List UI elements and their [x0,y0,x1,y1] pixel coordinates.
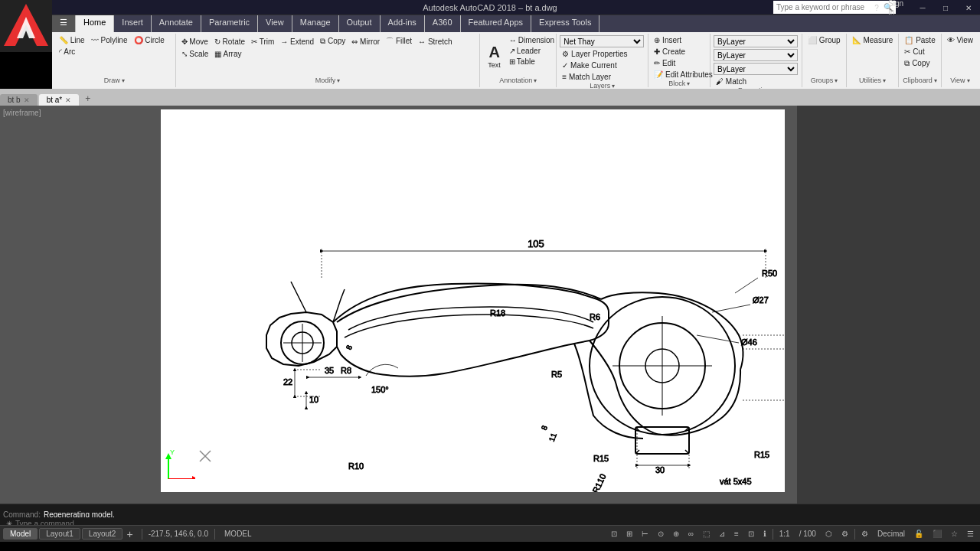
statusbar-sep1 [142,529,142,540]
utilities-group-label[interactable]: Utilities ▾ [850,77,896,86]
tab-output[interactable]: Output [339,15,381,32]
drawing-area[interactable]: 105 R50 Ø27 Ø46 R18 R6 R5 R8 [161,109,785,492]
match-properties-button[interactable]: 🖌 Match [714,77,799,86]
mirror-button[interactable]: ⇔ Mirror [349,35,382,47]
modify-group-label[interactable]: Modify ▾ [179,77,477,86]
osnap-button[interactable]: ⊕ [670,530,682,538]
leader-button[interactable]: ↗ Leader [507,46,557,56]
copy-button[interactable]: ⧉ Copy [318,35,348,47]
tp-button[interactable]: ⊡ [745,530,757,538]
tab-manage[interactable]: Manage [292,15,339,32]
arc-button[interactable]: ◜ Arc [57,47,77,57]
view-group-label[interactable]: View ▾ [945,77,975,86]
otrack-button[interactable]: ∞ [685,530,697,538]
move-button[interactable]: ✥ Move [179,35,211,47]
tab-bt-a-close[interactable]: ✕ [65,96,71,104]
tab-annotate[interactable]: Annotate [152,15,201,32]
table-button[interactable]: ⊞ Table [507,57,557,67]
trim-button[interactable]: ✂ Trim [249,35,276,47]
lineweight-select[interactable]: ByLayer [714,63,798,75]
tab-file[interactable]: ☰ [52,15,76,32]
color-select[interactable]: ByLayer [714,35,798,47]
polar-button[interactable]: ⊙ [655,530,667,538]
tab-home[interactable]: Home [76,15,114,32]
extend-button[interactable]: → Extend [278,35,316,47]
annotation-visibility[interactable]: ⬡ [822,530,835,538]
circle-button[interactable]: ⭕ Circle [132,35,167,45]
customize-button[interactable]: ☰ [964,530,977,538]
modify-group: ✥ Move ↻ Rotate ✂ Trim → Extend ⧉ Copy ⇔… [176,34,481,87]
cut-button[interactable]: ✂ Cut [902,47,937,57]
lweight-button[interactable]: ≡ [731,530,742,538]
edit-attributes-button[interactable]: 📝 Edit Attributes [652,70,707,80]
measure-button[interactable]: 📐 Measure [850,35,896,45]
annotation-group-label[interactable]: Annotation ▾ [483,77,553,86]
line-button[interactable]: 📏 Line [57,35,87,45]
lock-button[interactable]: 🔓 [911,530,926,538]
utilities-group: 📐 Measure Utilities ▾ [847,34,900,87]
groups-group-label[interactable]: Groups ▾ [805,77,843,86]
dyn-button[interactable]: ⊿ [716,530,728,538]
tab-featured[interactable]: Featured Apps [461,15,532,32]
layout1-tab[interactable]: Layout1 [39,528,80,540]
right-panel [796,106,980,504]
make-current-button[interactable]: ✓ Make Current [560,60,645,70]
maximize-button[interactable]: □ [934,0,957,15]
linetype-select[interactable]: ByLayer [714,49,798,61]
text-button[interactable]: A Text [483,35,505,77]
add-layout-button[interactable]: + [124,528,135,540]
ducs-button[interactable]: ⬚ [700,530,713,538]
tab-express[interactable]: Express Tools [531,15,599,32]
create-button[interactable]: ✚ Create [652,47,707,57]
annotation-scale[interactable]: 1:1 [776,530,793,538]
stretch-button[interactable]: ↔ Stretch [416,35,454,47]
model-tab[interactable]: Model [3,528,38,540]
draw-group-label[interactable]: Draw ▾ [57,77,172,86]
minimize-button[interactable]: ─ [911,0,934,15]
match-layer-button[interactable]: ≡ Match Layer [560,72,645,82]
qprops-button[interactable]: ℹ [760,530,769,538]
dim-11: 11 [547,432,558,443]
tab-bt-a[interactable]: bt a* ✕ [39,94,80,106]
layer-select[interactable]: Net Thay [560,35,644,47]
paste-button[interactable]: 📋 Paste [902,35,937,45]
polyline-button[interactable]: 〰 Polyline [89,35,130,45]
signin-button[interactable]: Sign In [888,0,911,15]
array-button[interactable]: ▦ Array [212,49,243,59]
edit-button[interactable]: ✏ Edit [652,58,707,68]
dim-r15-1: R15 [593,454,609,463]
view-button[interactable]: 👁 View [945,35,975,45]
scale-button[interactable]: ⤡ Scale [179,49,211,59]
block-group-label[interactable]: Block ▾ [652,80,707,89]
tab-addins[interactable]: Add-ins [381,15,425,32]
add-tab-button[interactable]: + [80,92,95,106]
tab-insert[interactable]: Insert [114,15,152,32]
workspace-switcher[interactable]: ⚙ [858,530,871,538]
insert-button[interactable]: ⊕ Insert [652,35,707,45]
tab-a360[interactable]: A360 [425,15,461,32]
group-button[interactable]: ⬜ Group [805,35,843,45]
help-button[interactable]: ? [865,0,888,15]
rotate-button[interactable]: ↻ Rotate [212,35,247,47]
isolate-button[interactable]: ☆ [948,530,961,538]
snap-button[interactable]: ⊡ [608,530,620,538]
viewport[interactable]: [wireframe] [0,106,796,504]
dimension-button[interactable]: ↔ Dimension [507,35,557,45]
units-display[interactable]: Decimal [874,530,908,538]
tab-bt-b-close[interactable]: ✕ [24,96,30,104]
layout2-tab[interactable]: Layout2 [82,528,123,540]
tab-view[interactable]: View [258,15,292,32]
model-space-toggle[interactable]: MODEL [221,530,255,538]
tab-bt-b[interactable]: bt b ✕ [0,94,38,106]
clipboard-group-label[interactable]: Clipboard ▾ [902,77,937,86]
grid-button[interactable]: ⊞ [623,530,635,538]
fillet-button[interactable]: ⌒ Fillet [384,35,414,47]
viewport-scale[interactable]: / 100 [796,530,819,538]
autocale[interactable]: ⚙ [838,530,851,538]
tab-parametric[interactable]: Parametric [201,15,258,32]
copy-clip-button[interactable]: ⧉ Copy [902,58,937,69]
hardware-accel[interactable]: ⬛ [929,530,945,538]
close-button[interactable]: ✕ [957,0,980,15]
layer-properties-button[interactable]: ⚙ Layer Properties [560,49,645,59]
ortho-button[interactable]: ⊢ [639,530,652,538]
